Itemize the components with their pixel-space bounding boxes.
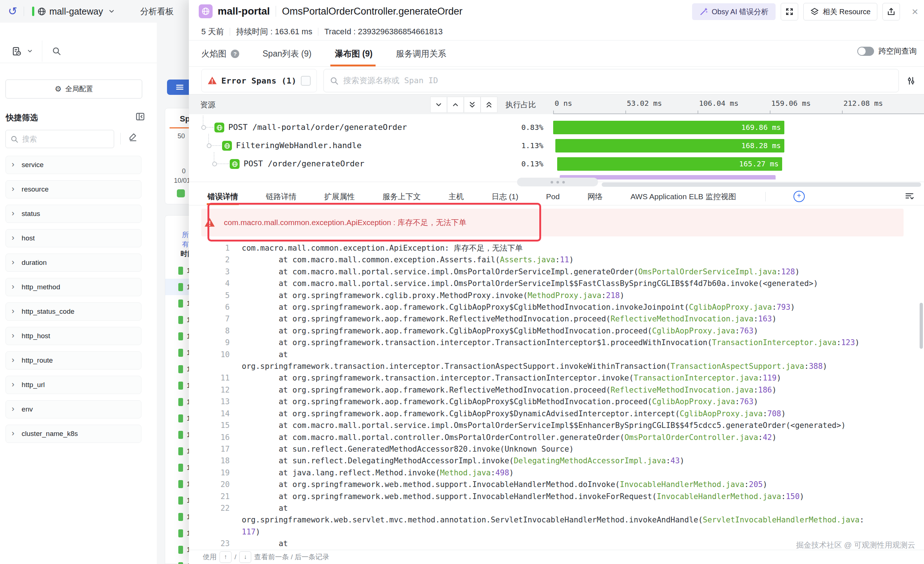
export-button[interactable] — [882, 3, 900, 20]
service-selector[interactable]: mall-gateway — [49, 6, 103, 17]
next-span-button[interactable] — [430, 97, 447, 113]
filter-item-label: http_host — [21, 332, 50, 340]
chevron-down-icon[interactable] — [27, 48, 33, 54]
close-icon[interactable]: × — [912, 6, 918, 18]
arrow-up-key[interactable]: ↑ — [219, 551, 231, 563]
collapse-sidebar-icon[interactable] — [135, 111, 145, 122]
divider — [318, 28, 318, 36]
detail-tab[interactable]: AWS Application ELB 监控视图 — [630, 188, 736, 205]
divider — [189, 40, 924, 41]
global-config-button[interactable]: ⚙ 全局配置 — [6, 80, 142, 98]
table-row[interactable]: 1 — [165, 525, 189, 541]
span-duration-bar[interactable]: 165.27 ms — [557, 157, 782, 171]
table-row[interactable]: 1 — [165, 295, 189, 311]
related-resource-button[interactable]: 相关 Resource — [803, 3, 878, 20]
table-row[interactable]: 1 — [165, 361, 189, 377]
span-row[interactable]: FilteringWebHandler.handle 1.13% 168.28 … — [189, 137, 924, 155]
table-row[interactable]: 1 — [165, 279, 189, 295]
span-search-input[interactable]: 搜索资源名称或 Span ID — [323, 69, 899, 92]
last-span-button[interactable] — [464, 97, 481, 113]
filter-item[interactable]: › service — [6, 156, 141, 174]
filter-item[interactable]: › env — [6, 400, 141, 418]
filter-item[interactable]: › resource — [6, 180, 141, 199]
detail-tab-label: AWS Application ELB 监控视图 — [630, 191, 736, 202]
span-row[interactable]: POST /mall-portal/order/generateOrder 0.… — [189, 118, 924, 137]
cross-space-toggle[interactable] — [857, 47, 874, 56]
table-row[interactable]: 1 — [165, 508, 189, 525]
line-number: 23 — [189, 538, 230, 549]
resize-handle[interactable] — [517, 177, 598, 186]
search-icon[interactable] — [52, 46, 61, 56]
first-span-button[interactable] — [481, 97, 497, 113]
status-badge — [178, 431, 183, 439]
filter-item[interactable]: › host — [6, 229, 141, 247]
fullscreen-button[interactable] — [781, 3, 798, 20]
span-duration-bar[interactable]: 169.86 ms — [553, 121, 784, 134]
table-row[interactable]: 1 — [165, 492, 189, 508]
collapse-list-icon[interactable] — [904, 191, 915, 202]
filter-item[interactable]: › http_url — [6, 376, 141, 394]
filter-item[interactable]: › duration — [6, 254, 141, 272]
table-row[interactable]: 1 — [165, 558, 189, 564]
view-tab[interactable]: 火焰图 — [201, 41, 239, 66]
table-row[interactable]: 1 — [165, 459, 189, 476]
filter-item[interactable]: › http_host — [6, 327, 141, 345]
tree-connector — [205, 127, 214, 128]
view-tab[interactable]: 服务调用关系 — [396, 41, 446, 66]
table-row[interactable]: 1 — [165, 426, 189, 443]
detail-tab[interactable]: 扩展属性 — [324, 188, 355, 205]
detail-tab[interactable]: 日志 (1) — [492, 188, 519, 205]
detail-tab[interactable]: 错误详情 — [207, 188, 238, 205]
filter-item[interactable]: › http_status_code — [6, 302, 141, 321]
nav-analysis-dashboard[interactable]: 分析看板 — [140, 6, 174, 17]
span-row[interactable]: POST /order/generateOrder 0.13% 165.27 m… — [189, 155, 924, 173]
table-row[interactable]: 1 — [165, 541, 189, 558]
table-row[interactable]: 1 — [165, 476, 189, 492]
line-number — [189, 526, 230, 538]
span-duration-bar[interactable]: 168.28 ms — [555, 139, 784, 152]
filter-all-link[interactable]: 所有 — [182, 230, 189, 249]
adjust-columns-icon[interactable] — [906, 76, 916, 86]
error-spans-checkbox[interactable] — [301, 76, 310, 86]
help-icon[interactable] — [231, 50, 239, 58]
view-tab[interactable]: 瀑布图 (9) — [335, 41, 373, 66]
back-icon[interactable]: ↺ — [8, 6, 17, 17]
stack-frame-text: at com.macro.mall.portal.controller.OmsP… — [242, 432, 777, 443]
detail-tab[interactable]: 网络 — [587, 188, 603, 205]
horizontal-scrollbar[interactable] — [602, 182, 921, 187]
stack-frame-text: at org.springframework.aop.framework.Cgl… — [242, 301, 795, 313]
table-row[interactable]: 1 — [165, 262, 189, 279]
vertical-scrollbar[interactable] — [920, 303, 923, 349]
stack-frame-text: at com.macro.mall.portal.service.impl.Om… — [242, 266, 800, 278]
filter-item[interactable]: › status — [6, 205, 141, 223]
table-row[interactable]: 1 — [165, 410, 189, 426]
globe-icon — [37, 7, 46, 16]
sidebar-search-input[interactable]: 搜索 — [6, 130, 114, 148]
filter-item[interactable]: › http_route — [6, 351, 141, 370]
detail-tab-label: 服务上下文 — [382, 191, 421, 202]
ai-error-analysis-button[interactable]: Obsy AI 错误分析 — [692, 3, 776, 20]
chevron-down-icon[interactable] — [108, 8, 115, 15]
table-row[interactable]: 1 — [165, 311, 189, 328]
edit-filters-icon[interactable] — [128, 132, 138, 141]
detail-tab[interactable]: 主机 — [448, 188, 464, 205]
detail-tab[interactable]: 链路详情 — [266, 188, 297, 205]
stack-frame-text: at — [242, 538, 288, 549]
filter-item[interactable]: › cluster_name_k8s — [6, 425, 141, 443]
view-tab[interactable]: Span列表 (9) — [262, 41, 311, 66]
table-row[interactable]: 1 — [165, 443, 189, 459]
list-view-button[interactable] — [167, 80, 189, 95]
detail-tab[interactable]: Pod — [546, 188, 560, 205]
arrow-down-key[interactable]: ↓ — [239, 551, 251, 563]
stack-trace-line: 4 at com.macro.mall.portal.service.impl.… — [189, 278, 915, 289]
filter-item[interactable]: › http_method — [6, 278, 141, 296]
table-row[interactable]: 1 — [165, 344, 189, 361]
detail-tab[interactable]: 服务上下文 — [382, 188, 421, 205]
table-row[interactable]: 1 — [165, 328, 189, 344]
table-row[interactable]: 1 — [165, 394, 189, 410]
saved-view-icon[interactable] — [12, 46, 21, 56]
prev-span-button[interactable] — [447, 97, 464, 113]
table-row[interactable]: 1 — [165, 377, 189, 394]
add-tab-icon[interactable]: + — [794, 191, 805, 202]
record-navigation-footer: 使用 ↑ / ↓ 查看前一条 / 后一条记录 — [189, 550, 924, 564]
